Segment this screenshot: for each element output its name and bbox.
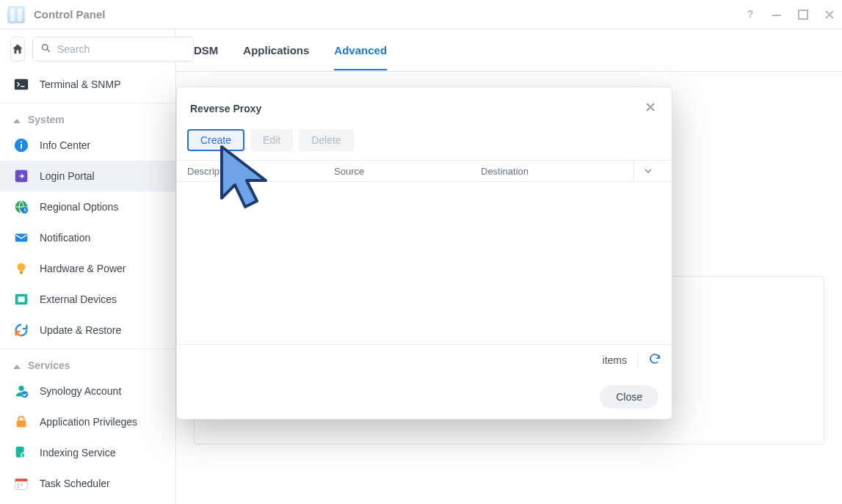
chevron-up-icon xyxy=(13,359,21,371)
svg-point-17 xyxy=(21,391,28,398)
home-button[interactable] xyxy=(10,37,25,62)
modal-close-icon[interactable] xyxy=(642,98,658,119)
lock-icon xyxy=(13,414,29,430)
window-title: Control Panel xyxy=(34,8,106,21)
svg-rect-24 xyxy=(21,483,23,486)
section-label: Services xyxy=(28,359,70,371)
search-icon xyxy=(40,43,51,56)
refresh-icon[interactable] xyxy=(648,352,661,368)
sidebar-item-label: Login Portal xyxy=(40,170,95,182)
reverse-proxy-modal: Reverse Proxy Create Edit Delete Descrip… xyxy=(176,87,672,420)
indexing-icon xyxy=(13,445,29,461)
close-icon[interactable] xyxy=(823,8,836,21)
svg-rect-22 xyxy=(15,479,28,482)
sidebar-item-label: Info Center xyxy=(40,139,90,151)
svg-rect-4 xyxy=(15,79,28,90)
svg-rect-25 xyxy=(18,486,20,489)
section-header-services[interactable]: Services xyxy=(0,349,175,376)
maximize-icon[interactable] xyxy=(796,8,810,21)
titlebar: Control Panel ? xyxy=(0,0,842,29)
close-button[interactable]: Close xyxy=(600,385,658,409)
sidebar-item-label: Terminal & SNMP xyxy=(40,78,120,90)
items-count-label: items xyxy=(603,354,627,366)
svg-point-3 xyxy=(43,45,48,51)
info-icon xyxy=(13,137,29,153)
section-header-system[interactable]: System xyxy=(0,103,175,130)
svg-point-12 xyxy=(18,263,26,271)
sidebar-item-label: Update & Restore xyxy=(40,324,121,336)
login-portal-icon xyxy=(13,168,29,184)
table-body-empty xyxy=(177,182,672,344)
terminal-icon xyxy=(13,76,29,92)
bulb-icon xyxy=(13,260,29,277)
modal-title: Reverse Proxy xyxy=(190,103,261,114)
sidebar-item-indexing-service[interactable]: Indexing Service xyxy=(0,437,175,468)
svg-rect-15 xyxy=(18,296,24,302)
section-label: System xyxy=(28,114,65,125)
calendar-icon xyxy=(13,475,29,492)
sidebar-item-label: Indexing Service xyxy=(40,447,116,459)
divider xyxy=(637,352,638,368)
update-restore-icon xyxy=(13,322,29,338)
help-icon[interactable]: ? xyxy=(744,8,757,21)
sidebar: Terminal & SNMP System Info Center Login… xyxy=(0,29,176,504)
chevron-up-icon xyxy=(13,114,21,125)
sidebar-item-label: Application Privileges xyxy=(40,416,137,428)
sidebar-item-regional-options[interactable]: Regional Options xyxy=(0,191,175,222)
delete-button[interactable]: Delete xyxy=(299,129,353,151)
globe-icon xyxy=(13,199,29,215)
search-input[interactable] xyxy=(57,43,186,55)
svg-rect-1 xyxy=(772,15,781,16)
sidebar-item-synology-account[interactable]: Synology Account xyxy=(0,376,175,406)
svg-rect-6 xyxy=(21,144,22,148)
app-icon xyxy=(7,6,25,23)
sidebar-item-label: Notification xyxy=(40,232,90,244)
svg-rect-18 xyxy=(17,420,26,427)
sidebar-item-terminal-snmp[interactable]: Terminal & SNMP xyxy=(0,69,175,100)
account-icon xyxy=(13,383,29,399)
svg-rect-11 xyxy=(15,234,28,242)
sidebar-item-label: External Devices xyxy=(40,293,117,305)
sidebar-item-info-center[interactable]: Info Center xyxy=(0,130,175,161)
column-menu-icon[interactable] xyxy=(634,161,661,181)
svg-rect-2 xyxy=(799,10,807,19)
svg-text:?: ? xyxy=(747,9,754,20)
tab-advanced[interactable]: Advanced xyxy=(334,44,387,56)
create-button[interactable]: Create xyxy=(187,129,244,151)
sidebar-item-external-devices[interactable]: External Devices xyxy=(0,284,175,315)
edit-button[interactable]: Edit xyxy=(250,129,293,151)
sidebar-item-label: Synology Account xyxy=(40,385,121,397)
external-devices-icon xyxy=(13,291,29,307)
minimize-icon[interactable] xyxy=(770,8,783,21)
svg-rect-19 xyxy=(16,447,24,458)
window-controls: ? xyxy=(744,8,836,21)
svg-rect-7 xyxy=(21,142,22,143)
sidebar-item-task-scheduler[interactable]: Task Scheduler xyxy=(0,468,175,499)
table-header: Description Source Destination xyxy=(177,160,672,182)
search-box[interactable] xyxy=(32,37,194,62)
sidebar-item-hardware-power[interactable]: Hardware & Power xyxy=(0,253,175,284)
sidebar-item-update-restore[interactable]: Update & Restore xyxy=(0,315,175,346)
sidebar-item-label: Hardware & Power xyxy=(40,263,126,274)
tab-dsm[interactable]: DSM xyxy=(194,44,218,56)
svg-rect-13 xyxy=(20,271,23,274)
tabs: DSM Applications Advanced xyxy=(176,29,842,72)
column-header-description[interactable]: Description xyxy=(187,166,334,177)
sidebar-item-label: Regional Options xyxy=(40,201,118,213)
svg-rect-23 xyxy=(18,483,20,486)
sidebar-item-notification[interactable]: Notification xyxy=(0,222,175,253)
sidebar-item-application-privileges[interactable]: Application Privileges xyxy=(0,406,175,437)
sidebar-item-label: Task Scheduler xyxy=(40,478,110,489)
sidebar-item-login-portal[interactable]: Login Portal xyxy=(0,161,175,191)
column-header-destination[interactable]: Destination xyxy=(481,166,634,177)
column-header-source[interactable]: Source xyxy=(334,166,481,177)
tab-applications[interactable]: Applications xyxy=(243,44,309,56)
svg-point-16 xyxy=(18,386,23,391)
notification-icon xyxy=(13,230,29,246)
